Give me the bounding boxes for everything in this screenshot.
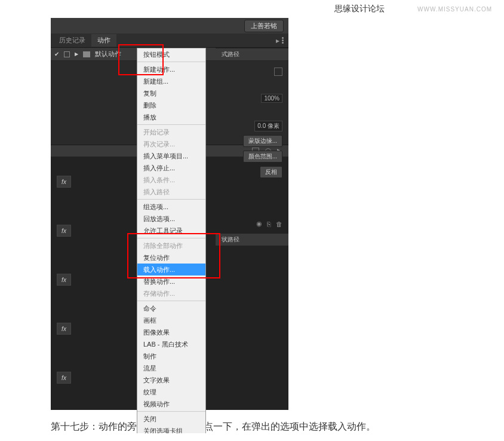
menu-item[interactable]: 画框 bbox=[137, 314, 205, 326]
menu-item[interactable]: 制作 bbox=[137, 350, 205, 362]
menu-item[interactable]: 关闭 bbox=[137, 413, 205, 425]
menu-item[interactable]: 载入动作... bbox=[137, 264, 205, 275]
menu-item[interactable]: 复位动作 bbox=[137, 252, 205, 264]
actions-panel-menu: 按钮模式新建动作...新建组...复制删除播放开始记录再次记录...插入菜单项目… bbox=[137, 48, 206, 433]
fx-badge: fx bbox=[57, 176, 71, 188]
menu-item[interactable]: 新建动作... bbox=[137, 63, 205, 75]
menu-item[interactable]: 命令 bbox=[137, 302, 205, 314]
action-set-label: 默认动作 bbox=[95, 50, 121, 59]
dialog-toggle-icon[interactable] bbox=[64, 51, 70, 57]
check-icon: ✔ bbox=[54, 51, 59, 57]
title-bar: 上善若铭 bbox=[51, 18, 288, 33]
link-icon[interactable]: ⎘ bbox=[267, 220, 271, 228]
panel-tabs: 历史记录 动作 ▸ bbox=[51, 33, 288, 48]
refine-edge-button[interactable]: 蒙版边缘... bbox=[243, 135, 282, 147]
menu-item[interactable]: 允许工具记录 bbox=[137, 225, 205, 237]
step-caption: 第十七步：动作的旁边的小三角形，点一下，在弹出的选项中选择载入动作。 bbox=[51, 421, 504, 433]
menu-item[interactable]: 文字效果 bbox=[137, 374, 205, 386]
fx-badge: fx bbox=[57, 274, 71, 286]
menu-dot-icon bbox=[282, 39, 284, 41]
folder-icon bbox=[83, 51, 90, 57]
opacity-value[interactable]: 100% bbox=[261, 94, 282, 103]
right-side-panel: 式路径 100% 0.0 像素 蒙版边缘... 颜色范围... 反相 ◉ ⎘ 🗑… bbox=[216, 48, 288, 246]
site-url: WWW.MISSYUAN.COM bbox=[417, 6, 492, 13]
mask-path-label[interactable]: 式路径 bbox=[216, 48, 288, 61]
menu-separator bbox=[137, 199, 205, 200]
fx-badge: fx bbox=[57, 323, 71, 335]
trash-icon[interactable]: 🗑 bbox=[276, 220, 282, 228]
workspace-button[interactable]: 上善若铭 bbox=[244, 20, 284, 32]
menu-item[interactable]: 回放选项... bbox=[137, 213, 205, 225]
color-range-button[interactable]: 颜色范围... bbox=[243, 151, 282, 163]
menu-item[interactable]: 流星 bbox=[137, 362, 205, 374]
fx-badge: fx bbox=[57, 372, 71, 384]
menu-item[interactable]: LAB - 黑白技术 bbox=[137, 338, 205, 350]
menu-item: 再次记录... bbox=[137, 138, 205, 150]
page-header: 思缘设计论坛 WWW.MISSYUAN.COM bbox=[0, 0, 504, 18]
menu-item[interactable]: 组选项... bbox=[137, 201, 205, 213]
menu-separator bbox=[137, 238, 205, 238]
menu-item[interactable]: 替换动作... bbox=[137, 275, 205, 287]
menu-dot-icon bbox=[282, 37, 284, 39]
menu-item: 清除全部动作 bbox=[137, 240, 205, 252]
menu-item[interactable]: 播放 bbox=[137, 111, 205, 123]
tab-actions[interactable]: 动作 bbox=[91, 34, 116, 47]
menu-item: 开始记录 bbox=[137, 126, 205, 138]
fx-badge: fx bbox=[57, 225, 71, 237]
menu-separator bbox=[137, 62, 205, 62]
app-window: 上善若铭 历史记录 动作 ▸ ✔ ▶ 默认动作 ▶ fx fx fx fx fx bbox=[51, 18, 288, 410]
menu-item[interactable]: 图像效果 bbox=[137, 326, 205, 338]
mask-add-icon[interactable] bbox=[274, 68, 282, 76]
menu-item[interactable]: 复制 bbox=[137, 87, 205, 99]
menu-item[interactable]: 插入停止... bbox=[137, 162, 205, 174]
caret-right-icon: ▸ bbox=[276, 36, 279, 45]
menu-item: 插入条件... bbox=[137, 174, 205, 186]
panel-menu-button[interactable]: ▸ bbox=[276, 36, 284, 45]
eye-icon[interactable]: ◉ bbox=[256, 220, 262, 228]
menu-item[interactable]: 关闭选项卡组 bbox=[137, 425, 205, 433]
menu-separator bbox=[137, 301, 205, 301]
path-panel-label[interactable]: 状路径 bbox=[216, 233, 288, 246]
tab-history[interactable]: 历史记录 bbox=[53, 34, 91, 47]
feather-value[interactable]: 0.0 像素 bbox=[254, 121, 282, 131]
menu-item: 插入路径 bbox=[137, 186, 205, 198]
menu-item[interactable]: 插入菜单项目... bbox=[137, 150, 205, 162]
menu-item[interactable]: 新建组... bbox=[137, 75, 205, 87]
caret-right-icon: ▶ bbox=[75, 51, 78, 57]
menu-item[interactable]: 视频动作 bbox=[137, 398, 205, 410]
menu-item[interactable]: 删除 bbox=[137, 99, 205, 111]
menu-item: 存储动作... bbox=[137, 287, 205, 299]
menu-dot-icon bbox=[282, 42, 284, 44]
site-name: 思缘设计论坛 bbox=[0, 4, 385, 14]
menu-separator bbox=[137, 124, 205, 125]
menu-item[interactable]: 按钮模式 bbox=[137, 48, 205, 60]
menu-item[interactable]: 纹理 bbox=[137, 386, 205, 398]
invert-button[interactable]: 反相 bbox=[260, 166, 282, 178]
menu-separator bbox=[137, 411, 205, 412]
